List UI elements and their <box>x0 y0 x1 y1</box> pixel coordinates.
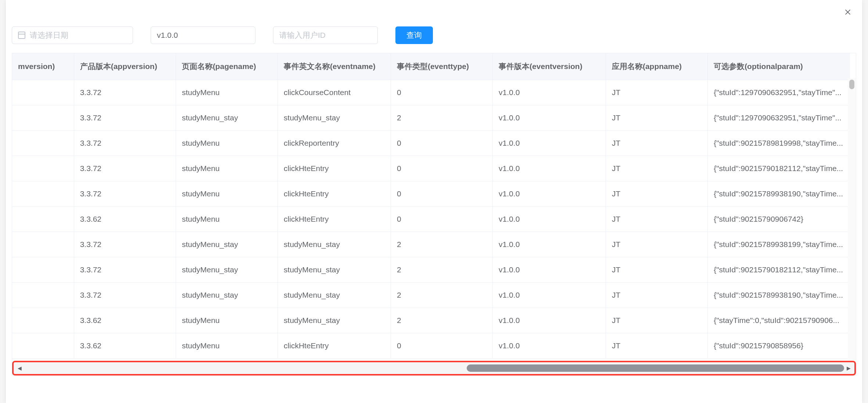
cell-eventname: clickHteEntry <box>278 156 391 181</box>
col-header-eventversion[interactable]: 事件版本(eventversion) <box>493 53 606 80</box>
cell-pagename: studyMenu_stay <box>176 105 277 131</box>
modal-dialog: 请选择日期 查询 mversion) 产品版本(appversion) 页面名称… <box>6 0 862 403</box>
version-input[interactable] <box>151 26 255 44</box>
table-row[interactable]: 3.3.72studyMenu_staystudyMenu_stay2v1.0.… <box>12 283 850 308</box>
cell-eventtype: 0 <box>391 207 492 232</box>
cell-eventversion: v1.0.0 <box>493 156 606 181</box>
cell-eventversion: v1.0.0 <box>493 308 606 333</box>
cell-eventtype: 2 <box>391 105 492 131</box>
cell-optionalparam: {"stayTime":0,"stuId":90215790906... <box>708 308 850 333</box>
cell-pagename: studyMenu <box>176 308 277 333</box>
cell-eventname: clickHteEntry <box>278 181 391 207</box>
cell-appname: JT <box>606 283 707 308</box>
date-input[interactable]: 请选择日期 <box>12 26 133 44</box>
cell-eventtype: 2 <box>391 283 492 308</box>
cell-optionalparam: {"stuId":90215790182112,"stayTime... <box>708 156 850 181</box>
cell-mversion <box>12 131 74 156</box>
query-button[interactable]: 查询 <box>395 26 433 44</box>
cell-eventversion: v1.0.0 <box>493 232 606 257</box>
cell-appname: JT <box>606 131 707 156</box>
cell-appversion: 3.3.62 <box>74 333 176 359</box>
cell-eventtype: 0 <box>391 131 492 156</box>
horizontal-scrollbar-highlight: ◀ ▶ <box>12 361 856 375</box>
cell-appname: JT <box>606 105 707 131</box>
col-header-optionalparam[interactable]: 可选参数(optionalparam) <box>708 53 850 80</box>
vertical-scrollbar[interactable] <box>848 78 856 375</box>
cell-eventversion: v1.0.0 <box>493 105 606 131</box>
table-row[interactable]: 3.3.72studyMenu_staystudyMenu_stay2v1.0.… <box>12 105 850 131</box>
cell-optionalparam: {"stuId":90215790858956} <box>708 333 850 359</box>
horizontal-scroll-track[interactable] <box>24 364 844 372</box>
cell-optionalparam: {"stuId":90215790906742} <box>708 207 850 232</box>
cell-appname: JT <box>606 207 707 232</box>
table-row[interactable]: 3.3.62studyMenuclickHteEntry0v1.0.0JT{"s… <box>12 207 850 232</box>
close-button[interactable] <box>842 7 853 18</box>
cell-eventtype: 0 <box>391 156 492 181</box>
cell-eventtype: 2 <box>391 232 492 257</box>
vertical-scroll-thumb[interactable] <box>849 80 854 89</box>
cell-mversion <box>12 308 74 333</box>
cell-eventtype: 0 <box>391 80 492 105</box>
table-row[interactable]: 3.3.72studyMenu_staystudyMenu_stay2v1.0.… <box>12 257 850 283</box>
cell-optionalparam: {"stuId":90215789938199,"stayTime... <box>708 232 850 257</box>
cell-appversion: 3.3.72 <box>74 283 176 308</box>
cell-eventname: clickReportentry <box>278 131 391 156</box>
cell-pagename: studyMenu_stay <box>176 283 277 308</box>
horizontal-scroll-thumb[interactable] <box>467 364 844 372</box>
cell-pagename: studyMenu <box>176 80 277 105</box>
cell-mversion <box>12 207 74 232</box>
table-row[interactable]: 3.3.62studyMenustudyMenu_stay2v1.0.0JT{"… <box>12 308 850 333</box>
table-row[interactable]: 3.3.62studyMenuclickHteEntry0v1.0.0JT{"s… <box>12 333 850 359</box>
cell-optionalparam: {"stuId":90215789938190,"stayTime... <box>708 181 850 207</box>
cell-eventname: studyMenu_stay <box>278 283 391 308</box>
userid-input[interactable] <box>273 26 378 44</box>
cell-eventtype: 0 <box>391 333 492 359</box>
scroll-right-arrow[interactable]: ▶ <box>844 364 853 373</box>
cell-eventname: studyMenu_stay <box>278 257 391 283</box>
cell-mversion <box>12 232 74 257</box>
table-row[interactable]: 3.3.72studyMenuclickHteEntry0v1.0.0JT{"s… <box>12 156 850 181</box>
col-header-eventtype[interactable]: 事件类型(eventtype) <box>391 53 492 80</box>
cell-mversion <box>12 181 74 207</box>
cell-eventversion: v1.0.0 <box>493 80 606 105</box>
cell-appversion: 3.3.62 <box>74 207 176 232</box>
cell-eventtype: 2 <box>391 308 492 333</box>
cell-appname: JT <box>606 257 707 283</box>
cell-appversion: 3.3.62 <box>74 308 176 333</box>
table-container: mversion) 产品版本(appversion) 页面名称(pagename… <box>12 53 856 376</box>
cell-appversion: 3.3.72 <box>74 131 176 156</box>
cell-eventversion: v1.0.0 <box>493 131 606 156</box>
table-row[interactable]: 3.3.72studyMenuclickReportentry0v1.0.0JT… <box>12 131 850 156</box>
cell-pagename: studyMenu <box>176 181 277 207</box>
cell-appname: JT <box>606 181 707 207</box>
cell-pagename: studyMenu_stay <box>176 257 277 283</box>
cell-pagename: studyMenu <box>176 131 277 156</box>
cell-appversion: 3.3.72 <box>74 156 176 181</box>
table-header-row: mversion) 产品版本(appversion) 页面名称(pagename… <box>12 53 850 80</box>
col-header-appname[interactable]: 应用名称(appname) <box>606 53 707 80</box>
filter-bar: 请选择日期 查询 <box>6 0 862 53</box>
cell-eventversion: v1.0.0 <box>493 181 606 207</box>
cell-eventname: studyMenu_stay <box>278 232 391 257</box>
table-row[interactable]: 3.3.72studyMenuclickHteEntry0v1.0.0JT{"s… <box>12 181 850 207</box>
col-header-eventname[interactable]: 事件英文名称(eventname) <box>278 53 391 80</box>
data-table: mversion) 产品版本(appversion) 页面名称(pagename… <box>12 53 850 359</box>
cell-mversion <box>12 156 74 181</box>
table-row[interactable]: 3.3.72studyMenuclickCourseContent0v1.0.0… <box>12 80 850 105</box>
cell-eventtype: 2 <box>391 257 492 283</box>
cell-mversion <box>12 105 74 131</box>
col-header-pagename[interactable]: 页面名称(pagename) <box>176 53 277 80</box>
col-header-mversion[interactable]: mversion) <box>12 53 74 80</box>
table-row[interactable]: 3.3.72studyMenu_staystudyMenu_stay2v1.0.… <box>12 232 850 257</box>
cell-appname: JT <box>606 232 707 257</box>
cell-appversion: 3.3.72 <box>74 80 176 105</box>
cell-eventname: clickHteEntry <box>278 333 391 359</box>
cell-mversion <box>12 333 74 359</box>
calendar-icon <box>18 32 25 39</box>
cell-pagename: studyMenu <box>176 333 277 359</box>
cell-appname: JT <box>606 333 707 359</box>
cell-mversion <box>12 257 74 283</box>
scroll-left-arrow[interactable]: ◀ <box>15 364 24 373</box>
col-header-appversion[interactable]: 产品版本(appversion) <box>74 53 176 80</box>
cell-pagename: studyMenu <box>176 156 277 181</box>
